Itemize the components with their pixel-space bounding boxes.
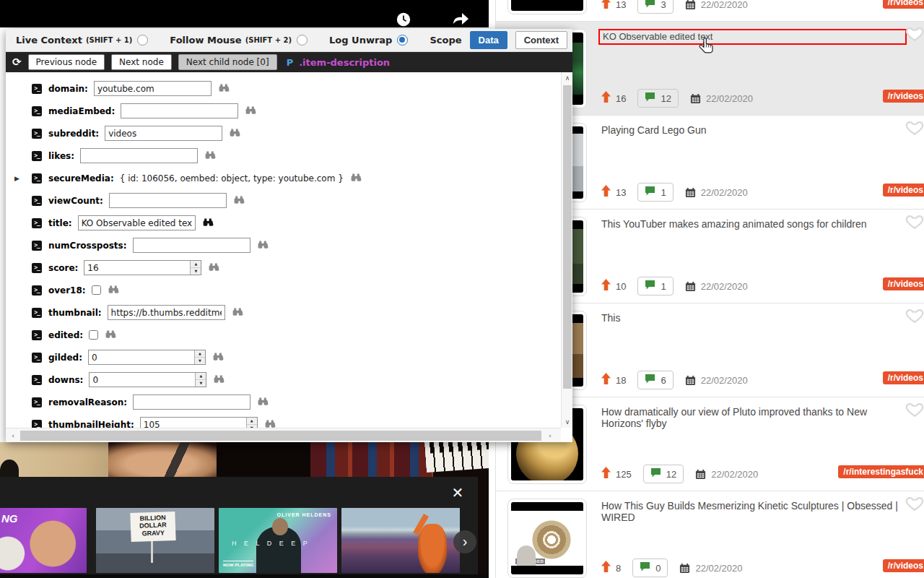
subreddit-badge[interactable]: /r/videos <box>883 0 924 9</box>
find-in-page-icon[interactable] <box>213 375 225 384</box>
favorite-heart-icon[interactable] <box>905 25 924 45</box>
property-object-preview[interactable]: { id: 106056, oembed: object, type: yout… <box>120 173 344 184</box>
property-input-domain[interactable] <box>94 81 212 96</box>
suggested-video-thumbnail[interactable]: NG <box>0 508 87 573</box>
upvote-arrow-icon[interactable] <box>601 467 611 481</box>
subreddit-badge[interactable]: /r/videos <box>883 277 924 290</box>
find-in-page-icon[interactable] <box>232 308 243 317</box>
favorite-heart-icon[interactable] <box>905 118 924 139</box>
feed-item-title[interactable]: How dramatically our view of Pluto impro… <box>601 406 899 429</box>
share-icon[interactable] <box>452 12 469 30</box>
follow-mouse-radio[interactable] <box>297 35 308 46</box>
find-in-page-icon[interactable] <box>257 241 269 250</box>
property-input-gilded[interactable] <box>88 350 206 365</box>
property-input-score[interactable] <box>84 260 201 275</box>
number-spinner[interactable]: ▲▼ <box>246 418 257 428</box>
property-checkbox-edited[interactable] <box>89 330 98 340</box>
upvote-arrow-icon[interactable] <box>601 561 611 575</box>
comment-count-box[interactable]: 3 <box>637 0 673 14</box>
scroll-down-icon[interactable]: ∨ <box>562 416 573 428</box>
close-icon[interactable]: ✕ <box>449 484 466 501</box>
comment-count-box[interactable]: 0 <box>632 558 668 577</box>
find-in-page-icon[interactable] <box>245 106 256 116</box>
property-input-title[interactable] <box>78 215 196 230</box>
favorite-heart-icon[interactable] <box>905 494 924 514</box>
subreddit-badge[interactable]: /r/videos <box>883 559 924 572</box>
number-spinner[interactable]: ▲▼ <box>195 373 206 387</box>
property-input-likes[interactable] <box>80 148 198 163</box>
comment-count-box[interactable]: 1 <box>637 277 673 296</box>
upvote-arrow-icon[interactable] <box>601 0 611 12</box>
horizontal-scrollbar[interactable]: ‹ › <box>6 428 561 442</box>
property-input-numCrossposts[interactable] <box>133 238 250 253</box>
feed-item[interactable]: 13 3 22/02/2020 /r/videos <box>496 0 924 22</box>
find-in-page-icon[interactable] <box>204 151 216 160</box>
property-input-viewCount[interactable] <box>109 193 227 208</box>
vertical-scroll-thumb[interactable] <box>563 85 572 389</box>
suggested-video-thumbnail[interactable]: BILLION DOLLAR GRAVY <box>96 508 214 573</box>
favorite-heart-icon[interactable] <box>905 306 924 327</box>
spinner-up-icon[interactable]: ▲ <box>191 261 201 267</box>
scroll-right-icon[interactable]: › <box>544 430 556 441</box>
feed-item-title[interactable]: Playing Card Lego Gun <box>601 124 899 136</box>
spinner-up-icon[interactable]: ▲ <box>195 350 205 357</box>
comment-count-box[interactable]: 12 <box>637 89 678 108</box>
property-input-subreddit[interactable] <box>105 126 222 141</box>
scope-context-button[interactable]: Context <box>515 31 567 49</box>
spinner-down-icon[interactable]: ▼ <box>195 357 205 364</box>
spinner-up-icon[interactable]: ▲ <box>196 373 206 379</box>
find-in-page-icon[interactable] <box>212 353 224 362</box>
number-spinner[interactable]: ▲▼ <box>194 350 205 364</box>
next-suggestions-button[interactable]: › <box>453 530 476 553</box>
property-input-thumbnail[interactable] <box>108 305 225 320</box>
property-input-mediaEmbed[interactable] <box>121 103 238 118</box>
expand-caret-icon[interactable]: ▶ <box>14 175 32 182</box>
suggested-video-thumbnail[interactable] <box>341 508 460 573</box>
find-in-page-icon[interactable] <box>264 420 276 428</box>
find-in-page-icon[interactable] <box>257 397 269 407</box>
spinner-up-icon[interactable]: ▲ <box>247 418 257 424</box>
find-in-page-icon[interactable] <box>233 196 245 205</box>
scope-data-button[interactable]: Data <box>470 31 507 49</box>
feed-item[interactable]: OBSESSED How This Guy Builds Mesmerizing… <box>496 491 924 578</box>
comment-count-box[interactable]: 6 <box>637 371 673 389</box>
property-input-downs[interactable] <box>89 372 206 387</box>
previous-node-button[interactable]: Previous node <box>28 54 105 70</box>
spinner-down-icon[interactable]: ▼ <box>196 379 206 387</box>
horizontal-scroll-thumb[interactable] <box>20 431 541 441</box>
feed-item-title[interactable]: This <box>601 312 899 324</box>
watch-later-clock-icon[interactable] <box>396 12 411 30</box>
suggested-video-thumbnail[interactable]: OLIVER HELDENS H E L D E E P NOW PLAYING <box>219 508 337 573</box>
video-thumbnail[interactable] <box>507 0 587 14</box>
favorite-heart-icon[interactable] <box>905 212 924 233</box>
subreddit-badge[interactable]: /r/videos <box>883 90 924 103</box>
spinner-down-icon[interactable]: ▼ <box>191 267 201 275</box>
find-in-page-icon[interactable] <box>229 129 240 138</box>
next-child-node-button[interactable]: Next child node [0] <box>178 54 277 70</box>
subreddit-badge[interactable]: /r/interestingasfuck <box>838 465 924 478</box>
comment-count-box[interactable]: 1 <box>637 183 673 202</box>
property-input-thumbnailHeight[interactable] <box>140 417 258 428</box>
subreddit-badge[interactable]: /r/videos <box>883 184 924 197</box>
feed-item-title[interactable]: How This Guy Builds Mesmerizing Kinetic … <box>601 500 899 523</box>
number-spinner[interactable]: ▲▼ <box>190 261 201 275</box>
feed-item-title[interactable]: This YouTuber makes amazing animated son… <box>601 218 899 230</box>
log-unwrap-radio[interactable] <box>397 35 408 46</box>
find-in-page-icon[interactable] <box>202 218 214 228</box>
refresh-icon[interactable]: ⟳ <box>12 57 22 68</box>
comment-count-box[interactable]: 12 <box>643 465 684 483</box>
scroll-left-icon[interactable]: ‹ <box>7 430 19 441</box>
upvote-arrow-icon[interactable] <box>601 185 611 199</box>
property-checkbox-over18[interactable] <box>92 285 101 295</box>
feed-item-title-selected[interactable]: KO Observable edited text <box>598 29 907 45</box>
upvote-arrow-icon[interactable] <box>601 373 611 387</box>
scroll-up-icon[interactable]: ∧ <box>562 72 573 84</box>
live-context-toggle[interactable]: Live Context (SHIFT + 1) <box>16 35 148 46</box>
next-node-button[interactable]: Next node <box>111 54 172 70</box>
favorite-heart-icon[interactable] <box>905 400 924 420</box>
upvote-arrow-icon[interactable] <box>601 91 611 105</box>
vertical-scrollbar[interactable]: ∧ ∨ <box>561 72 572 428</box>
video-thumbnail[interactable]: OBSESSED <box>507 499 587 578</box>
find-in-page-icon[interactable] <box>105 330 116 340</box>
follow-mouse-toggle[interactable]: Follow Mouse (SHIFT + 2) <box>170 35 308 46</box>
